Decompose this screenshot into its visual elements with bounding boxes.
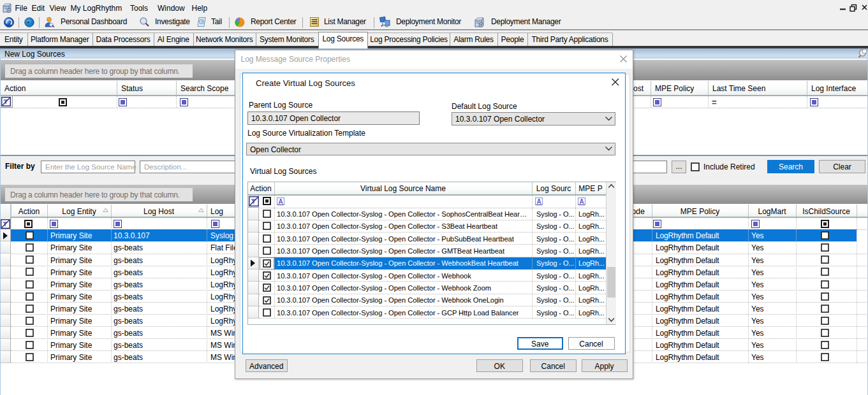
svg-text:A: A bbox=[579, 198, 584, 205]
svg-text:A: A bbox=[278, 198, 283, 205]
svg-text:A: A bbox=[536, 198, 541, 205]
